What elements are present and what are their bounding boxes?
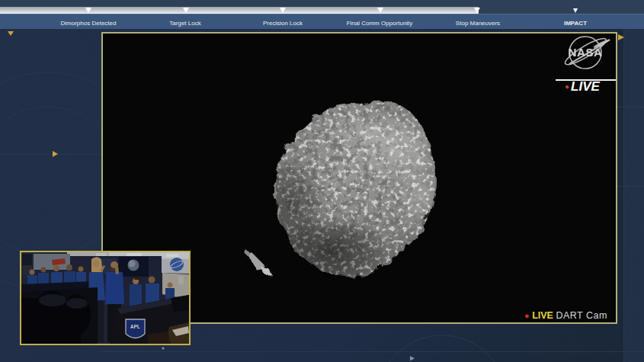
svg-text:NASA: NASA	[569, 46, 603, 59]
svg-text:APL: APL	[130, 324, 140, 329]
